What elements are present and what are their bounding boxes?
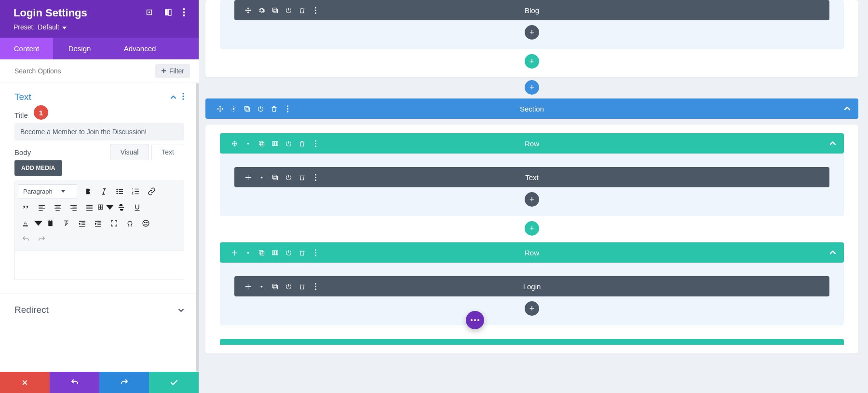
title-input[interactable] [14, 123, 184, 140]
row-bar[interactable]: Row [220, 242, 844, 263]
add-section-button[interactable]: + [525, 80, 539, 95]
outdent-icon[interactable] [74, 216, 90, 230]
redo-icon[interactable] [34, 232, 50, 246]
kebab-icon[interactable] [309, 246, 322, 259]
color-caret-icon[interactable] [34, 216, 42, 230]
module-bar-blog[interactable]: Blog [234, 0, 829, 20]
move-icon[interactable] [228, 246, 241, 259]
duplicate-icon[interactable] [268, 280, 282, 293]
duplicate-icon[interactable] [240, 102, 254, 115]
preset-selector[interactable]: Preset: Default [14, 23, 185, 31]
kebab-icon[interactable] [309, 137, 322, 150]
editor-tab-visual[interactable]: Visual [110, 144, 149, 160]
chevron-up-icon[interactable] [829, 139, 836, 148]
row-bar-partial[interactable] [220, 339, 844, 345]
redo-button[interactable] [99, 372, 149, 393]
add-module-button[interactable]: + [525, 25, 539, 40]
move-icon[interactable] [241, 3, 255, 17]
align-justify-icon[interactable] [81, 200, 97, 214]
gear-icon[interactable] [241, 246, 255, 259]
power-icon[interactable] [282, 137, 295, 150]
module-bar-login[interactable]: Login [234, 276, 829, 296]
layout-icon[interactable] [164, 7, 172, 19]
align-right-icon[interactable] [66, 200, 81, 214]
kebab-icon[interactable] [182, 93, 184, 102]
bold-icon[interactable] [80, 184, 96, 198]
move-icon[interactable] [213, 102, 227, 115]
trash-icon[interactable] [295, 246, 309, 259]
kebab-icon[interactable] [183, 7, 185, 19]
power-icon[interactable] [282, 246, 295, 259]
editor-textarea[interactable] [14, 251, 184, 280]
trash-icon[interactable] [295, 3, 309, 17]
add-module-button[interactable]: + [525, 301, 539, 316]
table-icon[interactable] [97, 200, 113, 214]
move-icon[interactable] [228, 137, 241, 150]
add-row-button[interactable]: + [525, 54, 539, 69]
accordion-text[interactable]: Text [0, 83, 199, 107]
add-media-button[interactable]: ADD MEDIA [14, 160, 62, 176]
format-select[interactable]: Paragraph [18, 184, 77, 198]
columns-icon[interactable] [268, 137, 282, 150]
italic-icon[interactable] [96, 184, 112, 198]
indent-icon[interactable] [90, 216, 106, 230]
save-button[interactable] [149, 372, 199, 393]
kebab-icon[interactable] [309, 170, 322, 184]
gear-icon[interactable] [255, 3, 268, 17]
tab-advanced[interactable]: Advanced [106, 38, 174, 59]
gear-icon[interactable] [241, 137, 255, 150]
tab-design[interactable]: Design [53, 38, 106, 59]
strikethrough-icon[interactable] [113, 200, 129, 214]
cancel-button[interactable] [0, 372, 50, 393]
gear-icon[interactable] [255, 280, 268, 293]
trash-icon[interactable] [267, 102, 281, 115]
chevron-up-icon[interactable] [844, 104, 851, 113]
add-module-button[interactable]: + [525, 192, 539, 207]
duplicate-icon[interactable] [255, 137, 268, 150]
duplicate-icon[interactable] [268, 170, 282, 184]
section-bar[interactable]: Section [205, 98, 858, 119]
gear-icon[interactable] [255, 170, 268, 184]
emoji-icon[interactable] [138, 216, 154, 230]
text-color-icon[interactable]: A [18, 216, 34, 230]
kebab-icon[interactable] [281, 102, 294, 115]
duplicate-icon[interactable] [268, 3, 282, 17]
power-icon[interactable] [254, 102, 267, 115]
align-center-icon[interactable] [50, 200, 66, 214]
special-char-icon[interactable] [122, 216, 138, 230]
numbered-list-icon[interactable]: 123 [128, 184, 144, 198]
bullet-list-icon[interactable] [112, 184, 128, 198]
underline-icon[interactable] [129, 200, 145, 214]
chevron-up-icon[interactable] [829, 248, 836, 257]
accordion-redirect[interactable]: Redirect [0, 294, 199, 326]
clear-format-icon[interactable] [58, 216, 74, 230]
fullscreen-icon[interactable] [106, 216, 122, 230]
power-icon[interactable] [282, 170, 295, 184]
paste-icon[interactable] [42, 216, 58, 230]
floating-menu-button[interactable] [466, 311, 484, 329]
trash-icon[interactable] [295, 280, 309, 293]
link-icon[interactable] [144, 184, 160, 198]
move-icon[interactable] [241, 280, 255, 293]
kebab-icon[interactable] [309, 3, 322, 17]
columns-icon[interactable] [268, 246, 282, 259]
expand-icon[interactable] [145, 7, 153, 19]
move-icon[interactable] [241, 170, 255, 184]
editor-tab-text[interactable]: Text [151, 144, 184, 160]
gear-icon[interactable] [227, 102, 240, 115]
add-row-button[interactable]: + [525, 221, 539, 236]
trash-icon[interactable] [295, 170, 309, 184]
undo-button[interactable] [50, 372, 99, 393]
align-left-icon[interactable] [34, 200, 50, 214]
undo-icon[interactable] [18, 232, 34, 246]
kebab-icon[interactable] [309, 280, 322, 293]
module-bar-text[interactable]: Text [234, 167, 829, 187]
power-icon[interactable] [282, 3, 295, 17]
tab-content[interactable]: Content [0, 38, 53, 59]
power-icon[interactable] [282, 280, 295, 293]
filter-button[interactable]: Filter [155, 64, 190, 78]
duplicate-icon[interactable] [255, 246, 268, 259]
trash-icon[interactable] [295, 137, 309, 150]
row-bar[interactable]: Row [220, 133, 844, 154]
search-input[interactable] [14, 67, 155, 75]
